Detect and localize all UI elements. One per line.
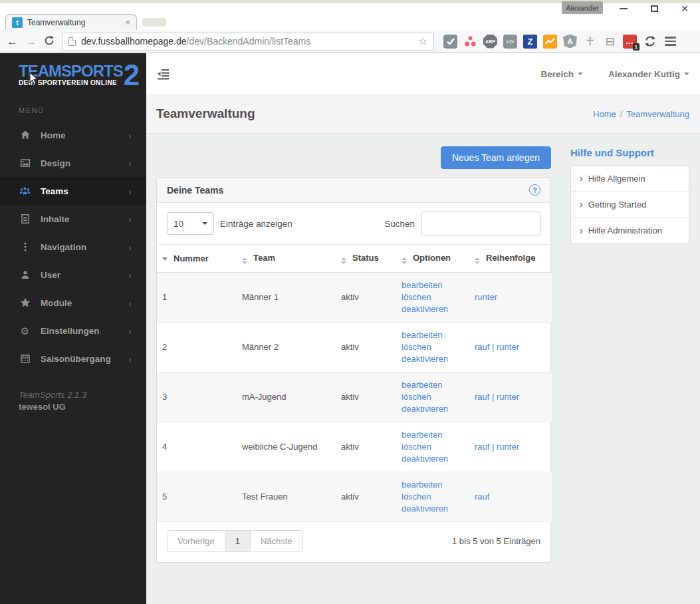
breadcrumb-current-link[interactable]: Teamverwaltung: [626, 109, 689, 119]
browser-tab[interactable]: t Teamverwaltung ×: [5, 14, 137, 30]
option-link[interactable]: deaktivieren: [402, 503, 464, 515]
help-item-allgemein[interactable]: ›Hilfe Allgemein: [571, 166, 689, 192]
pagination-page-1-button[interactable]: 1: [225, 530, 251, 552]
order-link[interactable]: rauf: [475, 492, 489, 502]
cell-optionen: bearbeitenlöschendeaktivieren: [396, 373, 469, 422]
adblock-plus-extension-icon[interactable]: ABP: [483, 35, 497, 49]
sidebar-item-module[interactable]: Module ›: [0, 289, 146, 317]
search-input[interactable]: [421, 212, 540, 235]
sidebar-item-design[interactable]: Design ›: [0, 149, 146, 177]
option-link[interactable]: löschen: [402, 291, 464, 303]
order-link[interactable]: runter: [497, 392, 519, 402]
analytics-extension-icon[interactable]: [543, 35, 557, 49]
option-link[interactable]: deaktivieren: [402, 353, 464, 365]
option-link[interactable]: bearbeiten: [402, 379, 464, 391]
sidebar-item-teams[interactable]: Teams ›: [0, 177, 146, 205]
logo-number: 2: [124, 64, 140, 86]
minimize-button[interactable]: [619, 4, 628, 13]
entries-select[interactable]: 10: [167, 212, 214, 235]
help-icon[interactable]: ?: [529, 184, 540, 196]
column-header-nummer[interactable]: Nummer: [157, 245, 237, 273]
code-extension-icon[interactable]: </>: [503, 35, 517, 49]
option-link[interactable]: deaktivieren: [402, 403, 464, 415]
user-dropdown[interactable]: Alexander Kuttig: [608, 69, 689, 79]
option-link[interactable]: bearbeiten: [402, 479, 464, 491]
option-link[interactable]: löschen: [402, 391, 464, 403]
close-window-button[interactable]: ✕: [680, 4, 689, 13]
help-item-administration[interactable]: ›Hilfe Administration: [571, 218, 689, 243]
column-label: Nummer: [174, 253, 209, 263]
cell-nummer: 4: [157, 422, 237, 472]
breadcrumb-home-link[interactable]: Home: [593, 109, 616, 119]
sidebar-item-saisonuebergang[interactable]: Saisonübergang ›: [0, 345, 146, 373]
chevron-right-icon: ›: [128, 158, 132, 168]
column-header-reihenfolge[interactable]: Reihenfolge: [469, 245, 552, 273]
order-link[interactable]: rauf: [475, 392, 489, 402]
bereich-label: Bereich: [540, 69, 574, 79]
option-link[interactable]: deaktivieren: [402, 453, 464, 465]
browser-menu-icon[interactable]: [663, 35, 677, 47]
address-bar[interactable]: dev.fussballhomepage.de/dev/BackendAdmin…: [62, 33, 434, 51]
option-link[interactable]: löschen: [402, 441, 464, 453]
order-link[interactable]: rauf: [475, 442, 489, 452]
option-link[interactable]: bearbeiten: [402, 329, 464, 341]
sidebar-item-navigation[interactable]: Navigation ›: [0, 233, 146, 261]
column-header-status[interactable]: Status: [336, 245, 396, 273]
sidebar-item-home[interactable]: Home ›: [0, 121, 146, 149]
forward-icon[interactable]: →: [25, 36, 37, 47]
panel-header: Deine Teams ?: [157, 178, 550, 203]
pagination-previous-button[interactable]: Vorherige: [167, 530, 225, 552]
new-tab-button[interactable]: [142, 18, 166, 27]
tab-close-icon[interactable]: ×: [125, 18, 130, 27]
option-link[interactable]: deaktivieren: [402, 303, 464, 315]
pulse-check-extension-icon[interactable]: [443, 35, 457, 49]
maximize-button[interactable]: [649, 4, 659, 13]
sidebar-item-label: Teams: [41, 186, 68, 196]
dots-triangle-extension-icon[interactable]: [463, 35, 477, 49]
reload-icon[interactable]: [44, 35, 55, 48]
order-link[interactable]: runter: [497, 442, 519, 452]
abp-glyph: ABP: [485, 39, 495, 44]
option-link[interactable]: bearbeiten: [402, 279, 464, 291]
app-window: TEAMSPORTS DEIN SPORTVEREIN ONLINE 2 MEN…: [0, 53, 700, 604]
z-extension-icon[interactable]: Z: [523, 35, 537, 49]
red-dots-extension-icon[interactable]: …1: [623, 35, 637, 49]
team-row: 2Männer 2aktivbearbeitenlöschendeaktivie…: [157, 323, 552, 373]
url-host: dev.fussballhomepage.de: [81, 36, 187, 47]
angular-extension-icon[interactable]: A: [563, 35, 577, 49]
sidebar-toggle-icon[interactable]: [157, 68, 170, 82]
option-link[interactable]: löschen: [402, 341, 464, 353]
sidebar-item-label: Einstellungen: [41, 326, 100, 336]
column-header-team[interactable]: Team: [237, 245, 336, 273]
window-glyph: ⊟: [605, 35, 614, 49]
cell-team: Männer 1: [237, 273, 336, 323]
back-icon[interactable]: ←: [7, 36, 18, 47]
sidebar-item-einstellungen[interactable]: ⚙ Einstellungen ›: [0, 317, 146, 345]
browser-chrome: Alexander ✕ t Teamverwaltung × ← → dev.f…: [0, 0, 700, 53]
bookmark-star-icon[interactable]: ☆: [418, 36, 427, 47]
window-controls: ✕: [619, 3, 689, 15]
new-team-button[interactable]: Neues Team anlegen: [441, 146, 551, 169]
cell-optionen: bearbeitenlöschendeaktivieren: [396, 422, 469, 472]
column-header-optionen[interactable]: Optionen: [396, 245, 469, 273]
sync-extension-icon[interactable]: [643, 35, 657, 49]
cell-status: aktiv: [336, 273, 396, 323]
order-link[interactable]: runter: [475, 292, 497, 302]
browser-profile-badge[interactable]: Alexander: [562, 1, 603, 14]
option-link[interactable]: löschen: [402, 491, 464, 503]
page-icon: [68, 37, 76, 46]
order-link[interactable]: rauf: [475, 342, 489, 352]
option-link[interactable]: bearbeiten: [402, 429, 464, 441]
help-item-getting-started[interactable]: ›Getting Started: [571, 192, 689, 218]
chevron-down-icon: [202, 222, 207, 225]
pagination-next-button[interactable]: Nächste: [250, 530, 303, 552]
window-extension-icon[interactable]: ⊟: [603, 35, 617, 49]
order-link[interactable]: runter: [497, 342, 519, 352]
sidebar-item-user[interactable]: User ›: [0, 261, 146, 289]
sidebar-item-inhalte[interactable]: Inhalte ›: [0, 205, 146, 233]
bereich-dropdown[interactable]: Bereich: [540, 69, 583, 79]
app-logo[interactable]: TEAMSPORTS DEIN SPORTVEREIN ONLINE 2: [0, 53, 146, 86]
sidebar-item-label: Navigation: [41, 242, 86, 252]
entries-label: Einträge anzeigen: [220, 219, 292, 229]
ankh-extension-icon[interactable]: ☥: [583, 35, 597, 49]
